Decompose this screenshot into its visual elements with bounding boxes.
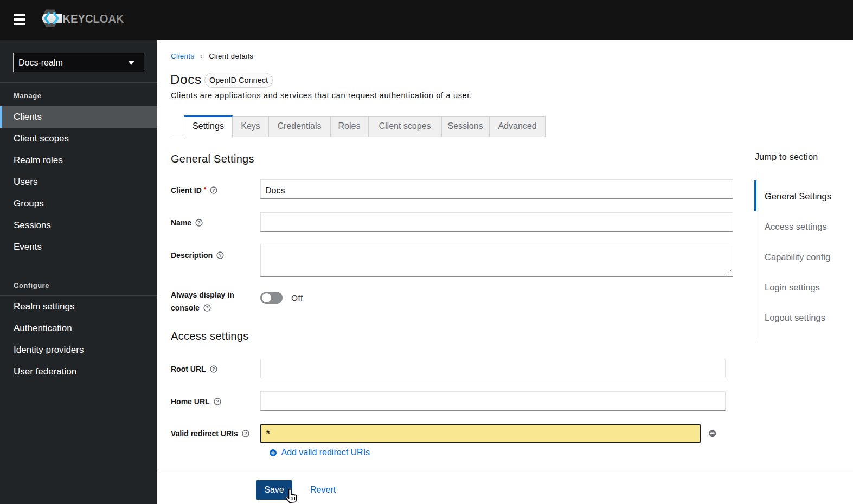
svg-text:?: ? xyxy=(213,188,216,193)
svg-text:KEYCLOAK: KEYCLOAK xyxy=(63,12,124,25)
svg-text:?: ? xyxy=(244,431,247,436)
svg-text:?: ? xyxy=(206,305,209,311)
svg-text:?: ? xyxy=(219,253,222,258)
svg-text:?: ? xyxy=(197,220,201,225)
svg-text:?: ? xyxy=(212,366,215,372)
svg-text:?: ? xyxy=(216,399,219,404)
